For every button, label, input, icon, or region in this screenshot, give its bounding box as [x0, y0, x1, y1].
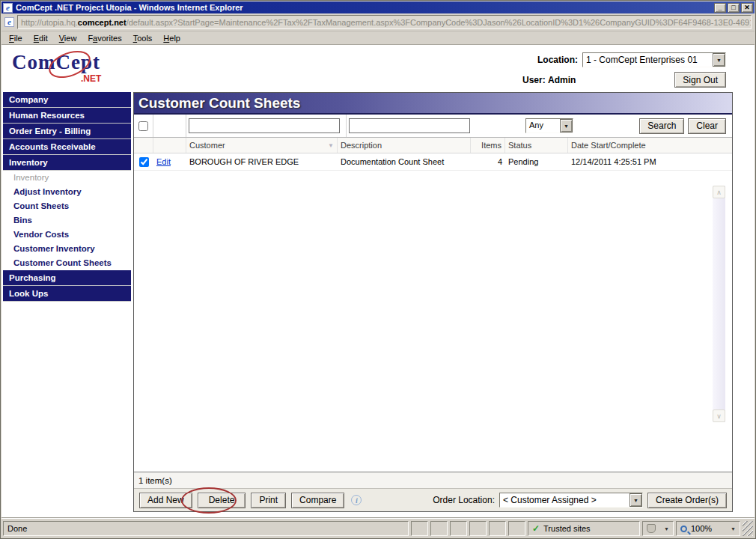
search-button[interactable]: Search: [639, 118, 684, 134]
scroll-down-icon[interactable]: ∨: [713, 409, 725, 422]
sidebar-item-look-ups[interactable]: Look Ups: [3, 286, 131, 302]
ie-logo-icon: e: [3, 3, 13, 13]
column-status[interactable]: Status: [505, 138, 568, 153]
zone-label: Trusted sites: [543, 524, 591, 533]
sidebar-subitem-adjust-inventory[interactable]: Adjust Inventory: [3, 185, 131, 199]
magnifier-icon: [680, 526, 687, 532]
order-location-label: Order Location:: [433, 495, 495, 505]
column-date[interactable]: Date Start/Complete: [568, 138, 732, 153]
trusted-check-icon: ✓: [532, 523, 540, 534]
zoom-control[interactable]: 100% ▼: [676, 521, 740, 536]
info-icon[interactable]: i: [351, 495, 362, 505]
shield-icon: [647, 524, 656, 533]
sign-out-button[interactable]: Sign Out: [674, 72, 726, 88]
status-text: Done: [3, 521, 409, 536]
close-button[interactable]: ✕: [741, 3, 753, 13]
print-button[interactable]: Print: [251, 493, 286, 508]
grid-body: ∧ ∨: [134, 171, 732, 472]
delete-button[interactable]: Delete: [198, 493, 246, 508]
chevron-down-icon[interactable]: ▼: [664, 526, 669, 532]
menu-tools[interactable]: Tools: [132, 32, 159, 44]
description-filter-input[interactable]: [349, 118, 470, 133]
page-icon: e: [4, 17, 14, 27]
menu-help[interactable]: Help: [162, 32, 187, 44]
column-customer[interactable]: Customer ▼: [186, 138, 338, 153]
status-filter-value: Any: [526, 119, 560, 133]
cell-items: 4: [471, 157, 505, 166]
address-bar: e http://utopia.hq.comcept.net/default.a…: [1, 13, 755, 31]
menu-view[interactable]: View: [58, 32, 84, 44]
table-header-row: Customer ▼ Description Items Status Date…: [134, 138, 732, 153]
sidebar-item-order-entry-billing[interactable]: Order Entry - Billing: [3, 124, 131, 139]
cell-status: Pending: [505, 157, 568, 166]
sidebar-item-inventory[interactable]: Inventory: [3, 155, 131, 171]
sidebar-subitem-count-sheets[interactable]: Count Sheets: [3, 199, 131, 213]
page-header: ComCept .NET 1 Location: 1 - ComCept Ent…: [1, 45, 755, 91]
user-label: User: Admin: [522, 75, 576, 85]
sidebar-subitem-vendor-costs[interactable]: Vendor Costs: [3, 228, 131, 242]
logo-text: ComCept: [12, 51, 100, 73]
sort-desc-icon[interactable]: ▼: [328, 142, 334, 149]
cell-customer: BOROUGH OF RIVER EDGE: [186, 157, 338, 166]
sidebar-item-accounts-receivable[interactable]: Accounts Receivable: [3, 139, 131, 155]
order-location-dropdown[interactable]: < Customer Assigned > ▼: [499, 493, 643, 508]
location-value: 1 - ComCept Enterprises 01: [583, 53, 713, 67]
url-prefix: http://utopia.hq.: [21, 18, 78, 27]
window-title: ComCept .NET Project Utopia - Windows In…: [16, 3, 714, 12]
chevron-down-icon[interactable]: ▼: [731, 526, 736, 532]
location-label: Location:: [537, 55, 578, 65]
location-dropdown[interactable]: 1 - ComCept Enterprises 01 ▼: [582, 52, 726, 67]
browser-window: e ComCept .NET Project Utopia - Windows …: [0, 0, 756, 539]
sidebar-subitem-customer-inventory[interactable]: Customer Inventory: [3, 242, 131, 256]
status-filter-dropdown[interactable]: Any ▼: [525, 118, 573, 133]
create-orders-button[interactable]: Create Order(s): [647, 493, 727, 508]
customer-filter-input[interactable]: [189, 118, 340, 133]
cell-description: Documentation Count Sheet: [338, 157, 471, 166]
chevron-down-icon[interactable]: ▼: [713, 53, 725, 67]
zoom-level: 100%: [691, 524, 712, 533]
url-domain: comcept.net: [78, 18, 126, 27]
url-path: /default.aspx?StartPage=Maintenance%2FTa…: [126, 18, 752, 27]
filter-row: Any ▼ Search Clear: [134, 115, 732, 138]
item-count: 1 item(s): [134, 472, 732, 488]
clear-button[interactable]: Clear: [688, 118, 726, 134]
chevron-down-icon[interactable]: ▼: [630, 493, 642, 507]
menu-favorites[interactable]: Favorites: [86, 32, 128, 44]
order-location-value: < Customer Assigned >: [500, 493, 630, 507]
maximize-button[interactable]: □: [728, 3, 740, 13]
sidebar-subitem-bins[interactable]: Bins: [3, 213, 131, 228]
bottom-toolbar: Add New Delete Print Compare i Order Loc…: [134, 488, 732, 511]
logo-net-label: .NET: [81, 73, 101, 84]
sidebar-nav: Company Human Resources Order Entry - Bi…: [3, 92, 131, 302]
resize-grip[interactable]: [743, 521, 753, 536]
add-new-button[interactable]: Add New: [139, 493, 192, 508]
select-all-checkbox[interactable]: [138, 121, 148, 131]
window-titlebar[interactable]: e ComCept .NET Project Utopia - Windows …: [1, 1, 755, 13]
sidebar-subitem-customer-count-sheets[interactable]: Customer Count Sheets: [3, 256, 131, 270]
page-title: Customer Count Sheets: [134, 93, 732, 115]
column-items[interactable]: Items: [471, 138, 505, 153]
menu-file[interactable]: File: [7, 32, 29, 44]
vertical-scrollbar[interactable]: ∧ ∨: [713, 186, 725, 422]
row-checkbox[interactable]: [139, 157, 149, 167]
chevron-down-icon[interactable]: ▼: [560, 119, 573, 133]
main-panel: Customer Count Sheets Any ▼ Search Clear: [133, 92, 733, 512]
url-field[interactable]: http://utopia.hq.comcept.net/default.asp…: [17, 15, 752, 29]
sidebar-item-purchasing[interactable]: Purchasing: [3, 270, 131, 286]
sidebar-subitem-inventory: Inventory: [3, 171, 131, 185]
column-description[interactable]: Description: [338, 138, 471, 153]
protected-mode-cell: ▼: [642, 521, 674, 536]
comcept-logo: ComCept .NET: [12, 51, 117, 87]
sidebar-item-company[interactable]: Company: [3, 92, 131, 108]
sidebar-item-human-resources[interactable]: Human Resources: [3, 108, 131, 124]
minimize-button[interactable]: _: [714, 3, 726, 13]
scroll-up-icon[interactable]: ∧: [713, 186, 725, 198]
cell-date: 12/14/2011 4:25:51 PM: [568, 157, 732, 166]
table-row: Edit BOROUGH OF RIVER EDGE Documentation…: [134, 153, 732, 171]
compare-button[interactable]: Compare: [291, 493, 344, 508]
menu-edit[interactable]: Edit: [32, 32, 55, 44]
menu-bar: File Edit View Favorites Tools Help: [1, 31, 755, 45]
status-bar: Done ✓ Trusted sites ▼ 100% ▼: [1, 518, 755, 538]
edit-link[interactable]: Edit: [156, 157, 171, 166]
security-zone: ✓ Trusted sites: [528, 521, 640, 536]
